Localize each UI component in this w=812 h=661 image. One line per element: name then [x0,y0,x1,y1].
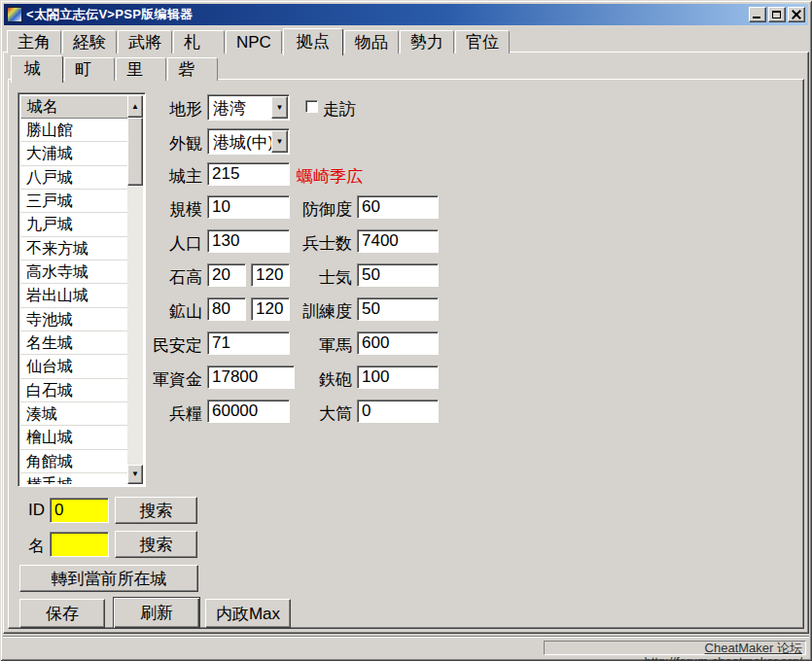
tab-keiken[interactable]: 経験 [62,30,117,53]
list-item[interactable]: 横手城 [20,473,129,484]
horses-label: 軍馬 [290,334,352,357]
scale-field[interactable] [207,195,290,219]
city-list-header: 城名 [20,95,129,119]
tab-buppin[interactable]: 物品 [344,30,399,53]
id-search-input[interactable] [50,498,109,523]
stability-label: 民安定 [124,334,202,357]
funds-field[interactable] [207,365,295,389]
minimize-button[interactable] [749,7,766,22]
id-search-button[interactable]: 搜索 [115,497,197,524]
tab-npc[interactable]: NPC [226,30,282,53]
list-item[interactable]: 九戸城 [20,213,129,236]
lord-label: 城主 [124,165,202,188]
guns-label: 鉄砲 [290,368,352,391]
tab-fuda[interactable]: 札 [173,30,225,53]
visited-label: 走訪 [323,98,356,121]
list-item[interactable]: 角館城 [20,450,129,473]
kokudaka-label: 石高 [124,266,202,289]
window-title: <太閤立志伝V>PSP版编辑器 [26,6,193,23]
tab-busho[interactable]: 武將 [118,30,172,53]
id-label: ID [18,501,45,520]
list-item[interactable]: 岩出山城 [20,284,129,307]
window-controls [749,7,805,22]
name-search-button[interactable]: 搜索 [115,531,197,558]
refresh-button[interactable]: 刷新 [113,597,200,629]
list-item[interactable]: 湊城 [20,402,129,426]
appearance-dropdown[interactable]: 港城(中) ▼ [207,128,290,155]
tab-sato[interactable]: 里 [116,57,166,81]
tab-shukaku[interactable]: 主角 [7,30,61,53]
list-item[interactable]: 檜山城 [20,426,129,449]
soldiers-field[interactable] [357,229,439,253]
visited-checkbox[interactable] [305,100,318,113]
kokudaka-current-field[interactable] [207,263,246,287]
terrain-value: 港湾 [213,97,246,120]
training-label: 訓練度 [290,300,352,323]
name-search-input[interactable] [50,532,109,557]
status-link-panel: CheatMaker 论坛 http://forum.cheatmaker.or… [544,641,806,655]
app-icon [7,7,22,22]
training-field[interactable] [357,297,439,321]
save-button[interactable]: 保存 [19,599,105,628]
main-tab-bar: 主角 経験 武將 札 NPC 拠点 物品 勢力 官位 [7,28,511,53]
tab-toride[interactable]: 砦 [167,57,218,81]
mine-max-field[interactable] [251,297,290,321]
tab-seiryoku[interactable]: 勢力 [400,30,454,53]
list-item[interactable]: 三戸城 [20,190,129,213]
scale-label: 規模 [124,198,202,221]
morale-field[interactable] [357,263,439,287]
list-item[interactable]: 仙台城 [20,355,129,378]
list-item[interactable]: 勝山館 [20,119,129,142]
tab-machi[interactable]: 町 [64,57,115,81]
mine-label: 鉱山 [124,300,202,323]
population-label: 人口 [124,232,202,255]
kokudaka-max-field[interactable] [251,263,290,287]
naisei-max-button[interactable]: 内政Max [205,599,291,628]
guns-field[interactable] [357,365,439,389]
maximize-icon [772,11,781,18]
population-field[interactable] [207,229,290,253]
defense-field[interactable] [357,195,439,219]
tab-kyoten[interactable]: 拠点 [283,28,343,55]
soldiers-label: 兵士数 [290,232,352,255]
scroll-down-icon[interactable]: ▼ [127,465,143,484]
terrain-dropdown[interactable]: 港湾 ▼ [207,94,290,121]
lord-id-field[interactable] [207,162,290,186]
horses-field[interactable] [357,331,439,355]
funds-label: 軍資金 [124,368,202,391]
list-item[interactable]: 八戸城 [20,166,129,190]
tab-kani[interactable]: 官位 [455,30,510,53]
provisions-field[interactable] [207,400,290,423]
provisions-label: 兵糧 [124,402,202,425]
lord-name-text: 蠣崎季広 [297,165,363,188]
stability-field[interactable] [207,331,290,355]
maximize-button[interactable] [768,7,786,22]
list-item[interactable]: 高水寺城 [20,261,129,284]
appearance-label: 外観 [124,132,202,155]
list-item[interactable]: 寺池城 [20,308,129,331]
cannons-field[interactable] [357,400,439,423]
city-list-rows: 勝山館 大浦城 八戸城 三戸城 九戸城 不来方城 高水寺城 岩出山城 寺池城 名… [20,119,129,484]
appearance-value: 港城(中) [213,131,273,154]
chevron-down-icon[interactable]: ▼ [271,96,288,119]
list-item[interactable]: 名生城 [20,331,129,355]
chevron-down-icon[interactable]: ▼ [271,130,288,153]
minimize-icon [753,17,760,18]
close-icon [792,10,801,19]
status-bar: CheatMaker 论坛 http://forum.cheatmaker.or… [3,636,809,658]
cannons-label: 大筒 [290,402,352,425]
title-bar[interactable]: <太閤立志伝V>PSP版编辑器 [4,4,808,25]
goto-current-city-button[interactable]: 轉到當前所在城 [19,565,198,592]
list-item[interactable]: 大浦城 [20,142,129,165]
terrain-label: 地形 [124,98,202,121]
list-item[interactable]: 不来方城 [20,237,129,261]
cheatmaker-forum-link[interactable]: CheatMaker 论坛 http://forum.cheatmaker.or… [644,641,802,661]
tab-shiro[interactable]: 城 [11,55,63,83]
mine-current-field[interactable] [207,297,246,321]
close-button[interactable] [788,7,805,22]
name-label: 名 [18,535,45,557]
app-window: <太閤立志伝V>PSP版编辑器 主角 経験 武將 札 NPC 拠点 物品 勢力 … [0,0,812,661]
list-item[interactable]: 白石城 [20,379,129,402]
sub-tab-bar: 城 町 里 砦 [11,55,219,81]
morale-label: 士気 [290,266,352,289]
